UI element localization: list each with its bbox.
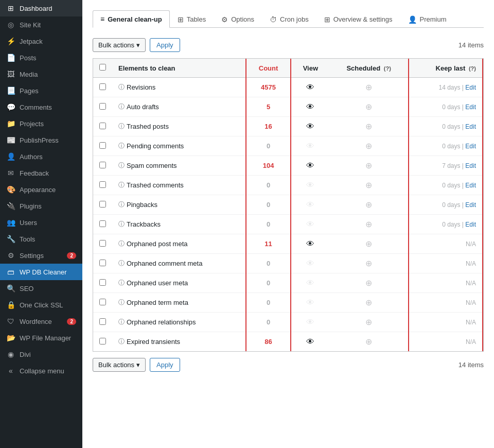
sidebar-item-settings[interactable]: ⚙ Settings 2 [0,247,82,264]
sidebar-item-dashboard[interactable]: ⊞ Dashboard [0,0,82,16]
keeplast-edit-6[interactable]: Edit [465,201,476,209]
view-eye-icon-12[interactable]: 👁 [306,318,314,326]
row-checkbox-7[interactable] [99,220,106,227]
info-icon-12[interactable]: ⓘ [118,318,125,326]
row-checkbox-5[interactable] [99,181,106,188]
view-eye-icon-13[interactable]: 👁 [306,337,314,346]
keeplast-edit-5[interactable]: Edit [465,182,476,189]
view-eye-icon-5[interactable]: 👁 [306,181,314,189]
view-eye-icon-3[interactable]: 👁 [306,142,314,150]
scheduled-plus-icon-3[interactable]: ⊕ [365,142,372,150]
tab-general[interactable]: ≡General clean-up [93,10,170,28]
scheduled-cell-3[interactable]: ⊕ [329,136,409,156]
view-cell-0[interactable]: 👁 [291,78,329,97]
view-cell-5[interactable]: 👁 [291,176,329,195]
sidebar-item-comments[interactable]: 💬 Comments [0,99,82,115]
scheduled-plus-icon-7[interactable]: ⊕ [365,220,372,229]
row-checkbox-13[interactable] [99,338,106,344]
scheduled-cell-10[interactable]: ⊕ [329,273,409,293]
scheduled-cell-0[interactable]: ⊕ [329,78,409,97]
scheduled-cell-5[interactable]: ⊕ [329,176,409,195]
sidebar-item-wordfence[interactable]: 🛡 Wordfence 2 [0,313,82,330]
tab-overview[interactable]: ⊞Overview & settings [316,10,400,28]
info-icon-6[interactable]: ⓘ [118,200,125,209]
scheduled-plus-icon-5[interactable]: ⊕ [365,181,372,189]
sidebar-item-divi[interactable]: ◉ Divi [0,346,82,363]
scheduled-plus-icon-0[interactable]: ⊕ [365,83,372,92]
info-icon-0[interactable]: ⓘ [118,83,125,92]
sidebar-item-media[interactable]: 🖼 Media [0,66,82,82]
view-eye-icon-8[interactable]: 👁 [306,239,314,248]
sidebar-item-pages[interactable]: 📃 Pages [0,82,82,99]
info-icon-2[interactable]: ⓘ [118,122,125,131]
sidebar-item-sitekit[interactable]: ◎ Site Kit [0,16,82,33]
scheduled-plus-icon-2[interactable]: ⊕ [365,122,372,131]
view-cell-9[interactable]: 👁 [291,254,329,273]
scheduled-plus-icon-13[interactable]: ⊕ [365,337,372,346]
sidebar-item-tools[interactable]: 🔧 Tools [0,231,82,247]
tab-options[interactable]: ⚙Options [214,10,262,28]
row-checkbox-1[interactable] [99,103,106,110]
view-cell-1[interactable]: 👁 [291,97,329,117]
scheduled-plus-icon-12[interactable]: ⊕ [365,318,372,326]
scheduled-cell-7[interactable]: ⊕ [329,215,409,234]
keeplast-edit-3[interactable]: Edit [465,143,476,150]
scheduled-plus-icon-9[interactable]: ⊕ [365,259,372,268]
info-icon-5[interactable]: ⓘ [118,181,125,189]
info-icon-9[interactable]: ⓘ [118,259,125,268]
info-icon-4[interactable]: ⓘ [118,161,125,170]
sidebar-item-feedback[interactable]: ✉ Feedback [0,165,82,181]
keeplast-edit-1[interactable]: Edit [465,104,476,111]
scheduled-plus-icon-1[interactable]: ⊕ [365,102,372,111]
sidebar-item-wpfilemanager[interactable]: 📂 WP File Manager [0,330,82,346]
view-eye-icon-11[interactable]: 👁 [306,298,314,307]
select-all-checkbox[interactable] [99,64,106,71]
info-icon-10[interactable]: ⓘ [118,279,125,287]
tab-tables[interactable]: ⊞Tables [170,10,214,28]
row-checkbox-4[interactable] [99,162,106,168]
sidebar-item-wpdbcleaner[interactable]: 🗃 WP DB Cleaner [0,264,82,280]
keeplast-edit-2[interactable]: Edit [465,123,476,130]
row-checkbox-2[interactable] [99,123,106,129]
bulk-actions-top[interactable]: Bulk actions ▾ [93,38,146,52]
info-icon-3[interactable]: ⓘ [118,142,125,150]
apply-button-top[interactable]: Apply [150,38,180,52]
view-eye-icon-10[interactable]: 👁 [306,279,314,287]
sidebar-item-seo[interactable]: 🔍 SEO [0,280,82,297]
view-cell-4[interactable]: 👁 [291,156,329,176]
row-checkbox-9[interactable] [99,260,106,266]
view-eye-icon-6[interactable]: 👁 [306,200,314,209]
view-cell-11[interactable]: 👁 [291,293,329,313]
sidebar-item-projects[interactable]: 📁 Projects [0,115,82,132]
view-eye-icon-1[interactable]: 👁 [306,102,314,111]
info-icon-7[interactable]: ⓘ [118,220,125,229]
view-cell-2[interactable]: 👁 [291,117,329,136]
view-eye-icon-2[interactable]: 👁 [306,122,314,131]
scheduled-cell-8[interactable]: ⊕ [329,234,409,254]
info-icon-13[interactable]: ⓘ [118,337,125,346]
bulk-actions-bottom[interactable]: Bulk actions ▾ [93,358,146,372]
view-cell-12[interactable]: 👁 [291,313,329,332]
view-eye-icon-7[interactable]: 👁 [306,220,314,229]
scheduled-plus-icon-11[interactable]: ⊕ [365,298,372,307]
sidebar-item-oneclickssl[interactable]: 🔒 One Click SSL [0,297,82,313]
view-cell-10[interactable]: 👁 [291,273,329,293]
scheduled-cell-2[interactable]: ⊕ [329,117,409,136]
select-all-header[interactable] [93,59,112,78]
apply-button-bottom[interactable]: Apply [150,358,180,372]
sidebar-item-appearance[interactable]: 🎨 Appearance [0,181,82,198]
sidebar-item-authors[interactable]: 👤 Authors [0,148,82,165]
scheduled-cell-9[interactable]: ⊕ [329,254,409,273]
tab-cronjobs[interactable]: ⏱Cron jobs [262,10,316,28]
info-icon-8[interactable]: ⓘ [118,239,125,248]
scheduled-cell-11[interactable]: ⊕ [329,293,409,313]
row-checkbox-6[interactable] [99,201,106,208]
keeplast-edit-0[interactable]: Edit [465,84,476,91]
keeplast-edit-4[interactable]: Edit [465,162,476,169]
scheduled-cell-6[interactable]: ⊕ [329,195,409,215]
sidebar-item-publishpress[interactable]: 📰 PublishPress [0,132,82,148]
row-checkbox-12[interactable] [99,318,106,325]
view-cell-3[interactable]: 👁 [291,136,329,156]
scheduled-cell-1[interactable]: ⊕ [329,97,409,117]
row-checkbox-8[interactable] [99,240,106,247]
